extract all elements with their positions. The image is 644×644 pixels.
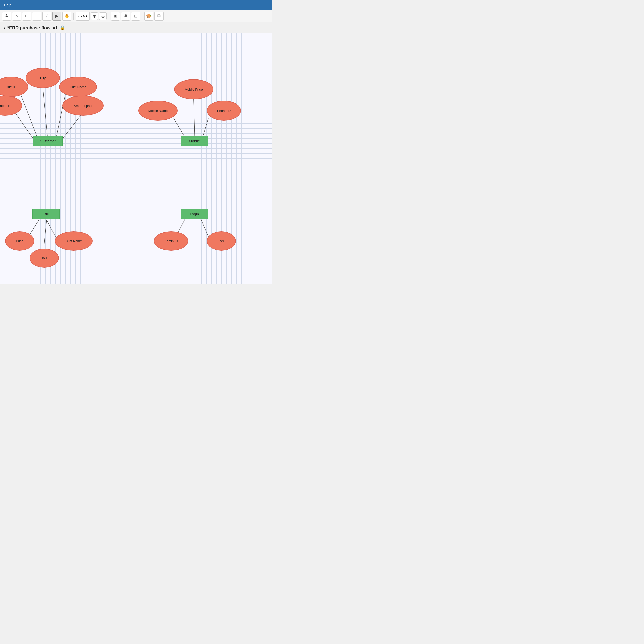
- attr-phone-id[interactable]: Phone ID: [207, 101, 241, 121]
- connector-tool-btn[interactable]: ⌐: [32, 12, 41, 21]
- line-city-customer: [43, 88, 48, 141]
- grid-btn-3[interactable]: ⊟: [131, 12, 140, 21]
- separator-2: [109, 13, 109, 20]
- title-bar: / *ERD purchase flow, v1 🔒: [0, 22, 272, 33]
- line-amountpaid-customer: [60, 113, 83, 141]
- entity-customer[interactable]: Customer: [33, 136, 63, 146]
- rect-tool-btn[interactable]: □: [22, 12, 31, 21]
- help-chevron: ▾: [12, 4, 14, 7]
- entity-login[interactable]: Login: [181, 209, 208, 219]
- attr-bid[interactable]: Bid: [30, 249, 59, 268]
- attr-mobile-name[interactable]: Mobile Name: [138, 101, 178, 121]
- line-bid-bill: [44, 220, 47, 245]
- entity-mobile[interactable]: Mobile: [181, 136, 208, 146]
- lock-icon: 🔒: [60, 25, 65, 31]
- attr-cust-id[interactable]: Cust ID: [0, 77, 28, 97]
- attr-mobile-price[interactable]: Mobile Price: [174, 79, 213, 99]
- zoom-selector[interactable]: 75% ▾: [76, 12, 90, 21]
- grid-group: ⊞ # ⊟: [111, 12, 140, 21]
- attr-amount-paid[interactable]: Amount paid: [62, 96, 104, 116]
- text-tool-btn[interactable]: A: [2, 12, 11, 21]
- attr-city[interactable]: City: [26, 68, 60, 88]
- attr-price[interactable]: Price: [5, 231, 34, 251]
- zoom-out-btn[interactable]: ⊖: [99, 12, 107, 20]
- line-custnamebill-bill: [47, 220, 57, 239]
- line-tool-btn[interactable]: /: [42, 12, 51, 21]
- help-label: Help: [4, 3, 11, 7]
- attr-cust-name-bill[interactable]: Cust Name: [55, 231, 93, 251]
- zoom-value: 75%: [78, 14, 85, 18]
- diagram-canvas: Customer Mobile Bill Login City Cust ID …: [0, 33, 272, 284]
- entity-login-label: Login: [190, 212, 199, 216]
- line-phoneno-customer: [15, 113, 35, 141]
- ellipse-tool-btn[interactable]: ○: [12, 12, 21, 21]
- attr-admin-id[interactable]: Admin ID: [154, 231, 188, 251]
- attr-cust-name[interactable]: Cust Name: [59, 77, 97, 97]
- tool-group: A ○ □ ⌐ / ▶ ✋: [2, 12, 71, 21]
- attr-phone-no[interactable]: Phone No: [0, 96, 22, 116]
- menu-bar: Help ▾: [0, 0, 272, 10]
- separator-1: [73, 13, 74, 20]
- entity-mobile-label: Mobile: [189, 139, 200, 143]
- color-btn[interactable]: 🎨: [144, 12, 153, 21]
- layers-btn[interactable]: ⧉: [154, 12, 164, 21]
- grid-btn-1[interactable]: ⊞: [111, 12, 120, 21]
- entity-bill-label: Bill: [44, 212, 49, 216]
- breadcrumb: /: [4, 25, 5, 31]
- zoom-chevron: ▾: [86, 14, 87, 18]
- pan-tool-btn[interactable]: ✋: [62, 12, 71, 21]
- separator-3: [142, 13, 142, 20]
- entity-customer-label: Customer: [39, 139, 56, 143]
- line-mobileprice-mobile: [194, 99, 195, 141]
- toolbar: A ○ □ ⌐ / ▶ ✋ 75% ▾ ⊕ ⊖ ⊞ # ⊟ 🎨 ⧉: [0, 10, 272, 22]
- page-title: *ERD purchase flow, v1: [7, 25, 58, 31]
- attr-pw[interactable]: PW: [207, 231, 236, 251]
- help-menu[interactable]: Help ▾: [4, 3, 14, 7]
- line-custid-customer: [20, 93, 39, 141]
- select-tool-btn[interactable]: ▶: [52, 12, 61, 21]
- entity-bill[interactable]: Bill: [32, 209, 60, 219]
- grid-btn-2[interactable]: #: [121, 12, 130, 21]
- zoom-in-btn[interactable]: ⊕: [91, 12, 98, 20]
